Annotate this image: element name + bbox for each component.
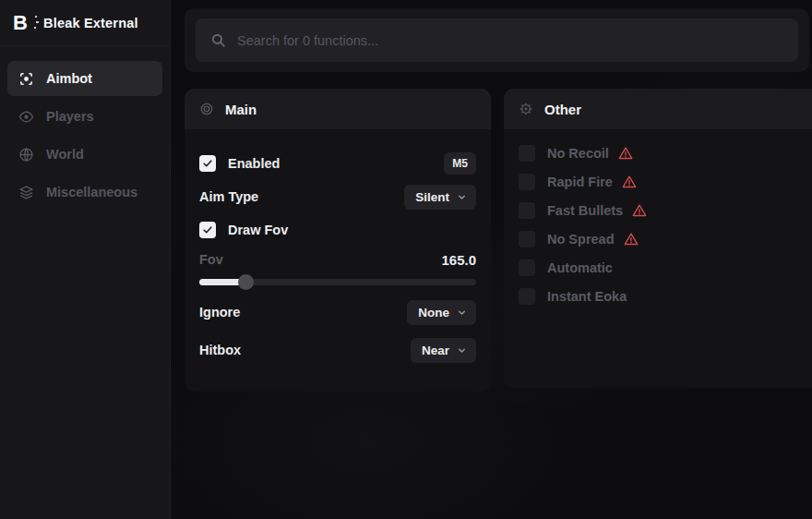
draw-fov-checkbox[interactable] xyxy=(199,222,216,238)
panel-other-title: Other xyxy=(544,102,581,117)
feature-row-instant-eoka[interactable]: Instant Eoka xyxy=(519,284,797,308)
feature-checkbox[interactable] xyxy=(519,202,535,219)
panel-other: Other No Recoil Rapid Fire Fast Bullets xyxy=(504,89,812,388)
panel-other-body: No Recoil Rapid Fire Fast Bullets xyxy=(504,129,812,328)
feature-label: Rapid Fire xyxy=(547,175,613,189)
aim-type-value: Silent xyxy=(415,190,449,204)
draw-fov-label: Draw Fov xyxy=(228,223,288,237)
search-icon xyxy=(210,32,226,48)
gear-icon xyxy=(519,102,533,116)
enabled-label: Enabled xyxy=(228,156,280,171)
enabled-row: Enabled M5 xyxy=(199,151,476,175)
chevron-down-icon xyxy=(457,192,467,202)
sidebar-item-aimbot[interactable]: Aimbot xyxy=(7,61,162,96)
ignore-label: Ignore xyxy=(199,305,240,320)
feature-checkbox[interactable] xyxy=(519,260,535,276)
search-container xyxy=(185,8,809,72)
panel-main-body: Enabled M5 Aim Type Silent D xyxy=(185,129,491,377)
fov-slider[interactable] xyxy=(199,274,476,289)
check-icon xyxy=(202,158,213,169)
keybind-badge[interactable]: M5 xyxy=(444,152,476,175)
feature-checkbox[interactable] xyxy=(519,174,535,190)
feature-label: No Spread xyxy=(547,232,615,247)
feature-label: Automatic xyxy=(547,260,613,275)
hitbox-label: Hitbox xyxy=(199,343,241,357)
app-logo: B Bleak External xyxy=(0,0,170,46)
feature-row-fast-bullets[interactable]: Fast Bullets xyxy=(519,199,797,223)
feature-row-no-recoil[interactable]: No Recoil xyxy=(519,141,797,165)
draw-fov-row: Draw Fov xyxy=(199,218,476,242)
feature-checkbox[interactable] xyxy=(519,288,535,305)
sidebar-item-miscellaneous[interactable]: Miscellaneous xyxy=(7,175,162,210)
aim-type-label: Aim Type xyxy=(199,189,258,204)
panel-main-header: Main xyxy=(185,89,491,129)
hitbox-value: Near xyxy=(422,344,449,357)
feature-row-rapid-fire[interactable]: Rapid Fire xyxy=(519,170,797,194)
panel-main-title: Main xyxy=(225,102,257,117)
search-box[interactable] xyxy=(196,18,798,62)
hitbox-dropdown[interactable]: Near xyxy=(411,338,476,363)
ignore-row: Ignore None xyxy=(199,300,476,324)
check-icon xyxy=(202,224,213,235)
ignore-dropdown[interactable]: None xyxy=(407,300,476,325)
feature-label: No Recoil xyxy=(547,146,609,161)
warning-icon xyxy=(624,232,639,247)
panel-other-header: Other xyxy=(504,89,812,129)
chevron-down-icon xyxy=(457,308,467,318)
feature-checkbox[interactable] xyxy=(519,145,535,162)
panels-row: Main Enabled M5 Aim Type Silent xyxy=(185,89,812,392)
sidebar-item-label: Players xyxy=(46,109,94,124)
search-input[interactable] xyxy=(237,33,783,48)
main-content: Main Enabled M5 Aim Type Silent xyxy=(171,0,812,519)
fov-label: Fov xyxy=(199,252,223,267)
sidebar-item-world[interactable]: World xyxy=(7,137,162,172)
ignore-value: None xyxy=(418,306,449,320)
feature-label: Instant Eoka xyxy=(547,289,627,304)
feature-row-no-spread[interactable]: No Spread xyxy=(519,227,797,251)
sidebar-item-label: Aimbot xyxy=(46,71,92,86)
feature-row-automatic[interactable]: Automatic xyxy=(519,256,797,280)
sidebar: B Bleak External Aimbot Players World xyxy=(0,0,171,519)
app-logo-icon: B xyxy=(13,13,33,33)
fov-value: 165.0 xyxy=(441,252,476,268)
feature-checkbox[interactable] xyxy=(519,231,535,247)
sidebar-item-label: Miscellaneous xyxy=(46,185,137,199)
aim-type-dropdown[interactable]: Silent xyxy=(404,185,476,210)
globe-icon xyxy=(18,147,34,163)
app-title: Bleak External xyxy=(43,16,138,30)
fov-slider-thumb[interactable] xyxy=(238,274,254,290)
chevron-down-icon xyxy=(457,345,467,356)
warning-icon xyxy=(618,146,633,161)
sidebar-item-players[interactable]: Players xyxy=(7,99,162,134)
crosshair-icon xyxy=(18,71,34,87)
panel-main: Main Enabled M5 Aim Type Silent xyxy=(185,89,491,392)
warning-icon xyxy=(632,203,647,218)
sidebar-nav: Aimbot Players World Miscellaneous xyxy=(0,46,170,224)
layers-icon xyxy=(18,185,34,200)
target-icon xyxy=(199,102,214,116)
warning-icon xyxy=(622,175,637,189)
eye-icon xyxy=(18,109,34,125)
enabled-checkbox[interactable] xyxy=(199,155,216,172)
aim-type-row: Aim Type Silent xyxy=(199,185,476,209)
feature-label: Fast Bullets xyxy=(547,203,623,218)
fov-row: Fov 165.0 xyxy=(199,249,476,270)
sidebar-item-label: World xyxy=(46,147,84,162)
hitbox-row: Hitbox Near xyxy=(199,338,476,362)
